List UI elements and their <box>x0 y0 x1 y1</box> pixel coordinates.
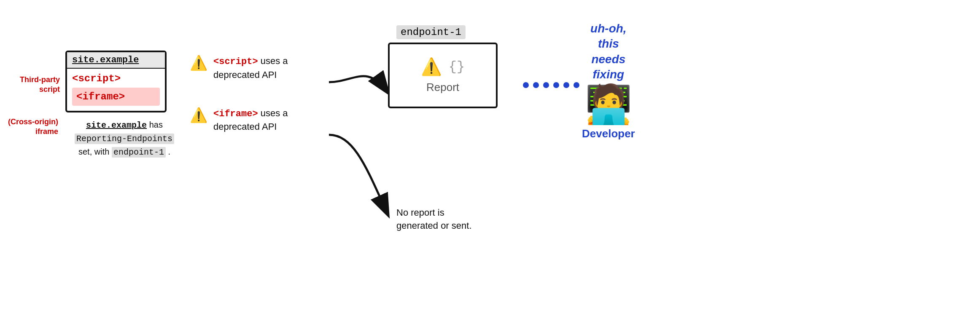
site-body: <script> <iframe> <box>67 69 165 111</box>
dots-section <box>523 82 579 88</box>
site-caption-text1: has <box>149 120 163 129</box>
no-report-line1: No report is <box>396 207 444 218</box>
third-party-script-label: Third-party script <box>9 75 60 95</box>
diagram: Third-party script (Cross-origin) iframe… <box>0 0 980 321</box>
warnings-section: ⚠️ <script> uses a deprecated API ⚠️ <if… <box>190 55 331 134</box>
endpoint-label: endpoint-1 <box>396 25 466 39</box>
developer-emoji: 🧑‍💻 <box>585 85 632 123</box>
site-box-wrapper: site.example <script> <iframe> site.exam… <box>65 51 183 159</box>
endpoint-report-text: Report <box>426 81 459 94</box>
cross-origin-iframe-label: (Cross-origin) iframe <box>3 117 58 137</box>
endpoint-box: ⚠️ {} Report <box>388 43 498 108</box>
developer-section: uh-oh,thisneedsfixing 🧑‍💻 Developer <box>582 21 635 140</box>
dot-4 <box>553 82 559 88</box>
dot-3 <box>543 82 549 88</box>
site-caption-endpoint1: endpoint-1 <box>112 147 166 158</box>
warning-item-script: ⚠️ <script> uses a deprecated API <box>190 55 331 82</box>
dot-5 <box>563 82 569 88</box>
iframe-tag-label: <iframe> <box>76 91 125 102</box>
warning-text-iframe: <iframe> uses a deprecated API <box>213 107 331 134</box>
warning-icon-script: ⚠️ <box>190 56 207 70</box>
site-caption-code1: site.example <box>86 120 147 130</box>
iframe-tag-box: <iframe> <box>72 88 160 106</box>
dot-2 <box>533 82 539 88</box>
braces-icon: {} <box>449 59 465 75</box>
warning-text-script: <script> uses a deprecated API <box>213 55 331 82</box>
no-report-text: No report is generated or sent. <box>396 206 472 233</box>
site-caption-text3: . <box>168 147 170 156</box>
site-title-bar: site.example <box>67 52 165 69</box>
script-code-label: <script> <box>213 56 258 67</box>
endpoint-icons: ⚠️ {} <box>421 57 465 77</box>
site-caption-reporting-endpoints: Reporting-Endpoints <box>75 134 174 144</box>
site-caption-text2: set, with <box>78 147 112 156</box>
dot-6 <box>573 82 579 88</box>
dot-1 <box>523 82 529 88</box>
no-report-line2: generated or sent. <box>396 220 472 231</box>
warning-icon-iframe: ⚠️ <box>190 108 207 122</box>
site-title: site.example <box>72 55 139 65</box>
warning-icon-endpoint: ⚠️ <box>421 57 442 77</box>
uh-oh-text: uh-oh,thisneedsfixing <box>590 21 627 83</box>
script-tag-label: <script> <box>72 73 160 84</box>
endpoint-wrapper: endpoint-1 ⚠️ {} Report <box>388 25 498 108</box>
site-box: site.example <script> <iframe> <box>65 51 167 112</box>
site-caption: site.example has Reporting-Endpoints set… <box>65 118 183 159</box>
iframe-code-label: <iframe> <box>213 109 258 119</box>
warning-item-iframe: ⚠️ <iframe> uses a deprecated API <box>190 107 331 134</box>
developer-label: Developer <box>582 127 635 140</box>
